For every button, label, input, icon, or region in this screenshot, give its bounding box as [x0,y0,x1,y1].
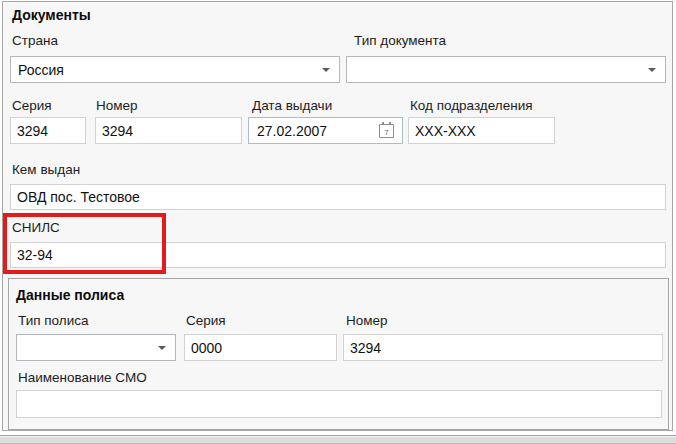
bottom-splitter [0,435,676,444]
policy-number-label: Номер [346,313,388,328]
doc-number-input[interactable] [95,117,242,144]
issue-date-label: Дата выдачи [252,98,332,113]
country-label: Страна [12,33,58,48]
calendar-day-glyph: 7 [384,128,388,137]
snils-label: СНИЛС [12,220,60,235]
department-code-input[interactable] [408,117,555,144]
country-value: Россия [18,62,64,78]
documents-section-title: Документы [12,7,91,23]
doc-series-label: Серия [12,98,52,113]
doc-type-label: Тип документа [354,33,446,48]
doc-number-label: Номер [96,98,138,113]
policy-number-input[interactable] [343,334,663,361]
doc-series-input[interactable] [10,117,86,144]
doc-type-combobox[interactable] [346,56,666,83]
issued-by-label: Кем выдан [12,162,80,177]
chevron-down-icon [158,346,166,350]
policy-series-input[interactable] [184,334,337,361]
issue-date-field[interactable]: 7 [248,117,403,144]
smo-name-label: Наименование СМО [18,370,147,385]
issued-by-input[interactable] [10,184,666,210]
chevron-down-icon [648,68,656,72]
country-combobox[interactable]: Россия [10,56,340,83]
policy-series-label: Серия [186,313,226,328]
chevron-down-icon [322,68,330,72]
form-screen: Документы Страна Россия Тип документа Се… [0,0,676,444]
policy-type-combobox[interactable] [16,334,176,361]
snils-input[interactable] [10,242,666,268]
calendar-icon[interactable]: 7 [379,124,394,138]
issue-date-input[interactable] [249,121,379,141]
smo-name-input[interactable] [16,390,662,418]
policy-section-title: Данные полиса [16,287,124,303]
department-code-label: Код подразделения [410,98,533,113]
policy-type-label: Тип полиса [18,313,88,328]
